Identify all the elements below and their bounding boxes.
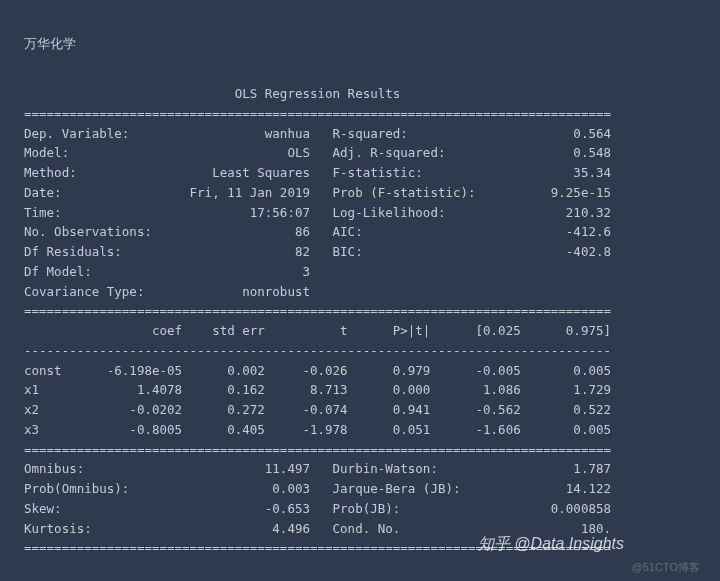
- report-body: OLS Regression Results =================…: [24, 84, 696, 558]
- company-name: 万华化学: [24, 34, 696, 55]
